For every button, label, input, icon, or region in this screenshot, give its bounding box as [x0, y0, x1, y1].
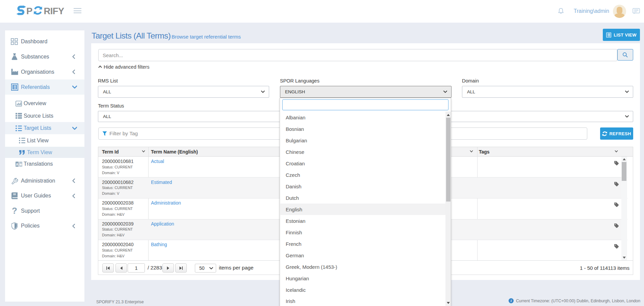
svg-text:A: A	[16, 162, 18, 166]
svg-text:P: P	[26, 6, 32, 16]
svg-text:RIFY: RIFY	[44, 6, 64, 16]
svg-text:★: ★	[19, 162, 22, 166]
